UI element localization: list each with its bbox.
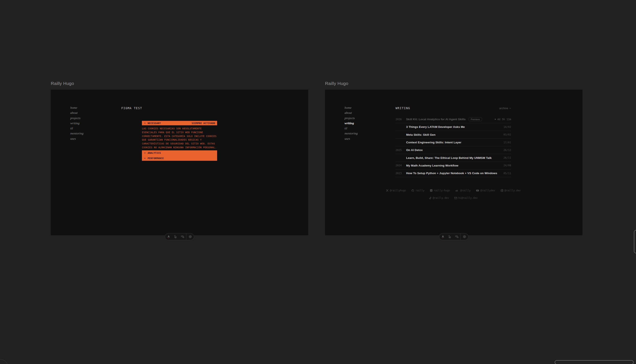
nav-item[interactable]: til xyxy=(70,126,84,131)
social-handle: railly xyxy=(416,189,424,192)
chevron-up-icon xyxy=(144,122,146,124)
cookie-section-label: NECESSARY xyxy=(148,122,161,124)
page-title: WRITING xyxy=(396,106,410,110)
youtube-icon xyxy=(476,189,479,192)
figma-frame-group-right: Railly Hugo homeaboutprojectswritingtilm… xyxy=(325,80,582,235)
social-handle: hi@railly.dev xyxy=(458,196,478,200)
social-link[interactable]: v0 @railly xyxy=(456,189,470,192)
nav-item[interactable]: about xyxy=(344,110,358,115)
post-row[interactable]: 2026 Skill Kit: Local Analytics for AI A… xyxy=(396,116,511,123)
v0-icon: v0 xyxy=(456,190,459,192)
social-link[interactable]: @railly.dev xyxy=(429,196,449,200)
post-title: My Math Academy Learning Workflow xyxy=(406,164,458,167)
nav-item[interactable]: mentoring xyxy=(70,131,84,136)
premiere-countdown: 4d 5h 11m xyxy=(495,118,511,121)
figma-frame-figma-test[interactable]: homeaboutprojectswritingtilmentoringuses… xyxy=(51,90,308,235)
nav-item[interactable]: uses xyxy=(344,136,358,141)
linkedin-icon: in xyxy=(430,189,432,192)
social-link[interactable]: railly xyxy=(412,189,424,192)
toolbar-button[interactable] xyxy=(186,234,194,240)
toolbar-button[interactable] xyxy=(179,234,186,240)
nav-item[interactable]: uses xyxy=(70,136,84,141)
nav-item[interactable]: home xyxy=(70,105,84,110)
post-title: How To Setup Python + Jupyter Notebook +… xyxy=(406,172,497,175)
nav-item[interactable]: til xyxy=(344,126,358,131)
archive-dropdown[interactable]: archive xyxy=(499,106,511,110)
astro-logo-icon xyxy=(167,235,170,238)
cookie-section[interactable]: ANALYTICS xyxy=(142,150,217,156)
post-row[interactable]: 2024 My Math Academy Learning Workflow 2… xyxy=(396,162,511,170)
nav-item[interactable]: about xyxy=(70,110,84,115)
post-date: 14/02 xyxy=(504,126,511,128)
toolbar-button[interactable] xyxy=(460,234,468,240)
nav-item[interactable]: writing xyxy=(70,121,84,126)
post-year: 2025 xyxy=(396,149,406,152)
chevron-down-icon xyxy=(144,157,146,159)
nav-item[interactable]: writing xyxy=(344,121,358,126)
social-link[interactable]: hi@railly.dev xyxy=(454,196,478,200)
social-link[interactable]: @railly.dev xyxy=(501,189,521,192)
cookie-description-line: CORRECTAMENTE. ESTA CATEGORÍA SOLO INCLU… xyxy=(142,134,217,138)
toolbar-button[interactable] xyxy=(165,234,172,240)
corner-arc xyxy=(0,359,8,364)
cookie-section-label: PERFORMANCE xyxy=(148,157,164,160)
figma-frame-writing[interactable]: homeaboutprojectswritingtilmentoringuses… xyxy=(325,90,582,235)
cookie-description-line: COOKIES NO ALMACENAN NINGUNA INFORMACIÓN… xyxy=(142,146,217,150)
toolbar-button[interactable] xyxy=(446,234,453,240)
github-icon xyxy=(412,189,414,192)
social-handle: @raillydev xyxy=(480,189,495,192)
chevron-down-icon xyxy=(509,107,511,109)
cookie-description-line: ESENCIALES PARA QUE EL SITIO WEB FUNCION… xyxy=(142,130,217,134)
inspect-cursor-icon xyxy=(174,235,177,238)
post-row[interactable]: 3 Things Every LATAM Developer Asks Me 1… xyxy=(396,123,511,131)
post-row[interactable]: Learn, Build, Share: The Ethical Loop Be… xyxy=(396,154,511,162)
post-date: 24/08 xyxy=(504,164,511,167)
post-title: Context Engineering Skills: Intent Layer xyxy=(406,141,462,144)
x-icon xyxy=(386,189,388,192)
cookie-consent-widget: NECESSARY SIEMPRE ACTIVADO LAS COOKIES N… xyxy=(142,121,217,161)
nav-item[interactable]: projects xyxy=(70,116,84,121)
settings-gear-icon xyxy=(463,235,466,238)
cookie-status-label: SIEMPRE ACTIVADO xyxy=(192,122,215,124)
vertical-scrollbar[interactable] xyxy=(634,230,636,253)
social-links: @raillyhugo railly in railly-hugo xyxy=(396,189,511,200)
svg-text:in: in xyxy=(430,190,432,191)
astro-dev-toolbar xyxy=(439,233,468,240)
post-date: 26/11 xyxy=(504,156,511,159)
social-handle: @railly xyxy=(460,189,470,192)
post-title: Learn, Build, Share: The Ethical Loop Be… xyxy=(406,156,492,160)
frame-label[interactable]: Railly Hugo xyxy=(51,80,308,87)
instagram-icon xyxy=(501,189,503,192)
nav-item[interactable]: mentoring xyxy=(344,131,358,136)
toolbar-button[interactable] xyxy=(172,234,179,240)
social-handle: @raillyhugo xyxy=(390,189,406,192)
social-handle: @railly.dev xyxy=(433,196,449,200)
post-year: 2026 xyxy=(396,118,406,121)
post-date: 03/02 xyxy=(504,133,511,136)
post-list: 2026 Skill Kit: Local Analytics for AI A… xyxy=(396,116,511,177)
astro-dev-toolbar xyxy=(165,233,194,240)
post-date: 05/11 xyxy=(504,172,511,175)
live-dot-icon xyxy=(495,119,496,120)
post-row[interactable]: Meta Skills: Skill Gen 03/02 xyxy=(396,131,511,139)
social-link[interactable]: @raillydev xyxy=(476,189,495,192)
cookie-section-necessary[interactable]: NECESSARY SIEMPRE ACTIVADO xyxy=(142,121,217,125)
post-row[interactable]: Context Engineering Skills: Intent Layer… xyxy=(396,139,511,146)
chevron-down-icon xyxy=(144,152,146,154)
toolbar-button[interactable] xyxy=(439,234,446,240)
social-link[interactable]: in railly-hugo xyxy=(430,189,450,192)
settings-gear-icon xyxy=(188,235,192,238)
toolbar-button[interactable] xyxy=(453,234,460,240)
audit-list-icon xyxy=(455,235,459,238)
post-title: Meta Skills: Skill Gen xyxy=(406,133,436,136)
tiktok-icon xyxy=(429,197,432,200)
horizontal-scrollbar[interactable] xyxy=(555,360,634,364)
post-row[interactable]: 2023 How To Setup Python + Jupyter Noteb… xyxy=(396,170,511,177)
post-row[interactable]: 2025 On AI Detox 26/12 xyxy=(396,146,511,154)
nav-item[interactable]: home xyxy=(344,105,358,110)
frame-label[interactable]: Railly Hugo xyxy=(325,80,582,87)
social-handle: @railly.dev xyxy=(504,189,521,192)
social-link[interactable]: @raillyhugo xyxy=(386,189,406,192)
cookie-section[interactable]: PERFORMANCE xyxy=(142,156,217,161)
nav-item[interactable]: projects xyxy=(344,116,358,121)
